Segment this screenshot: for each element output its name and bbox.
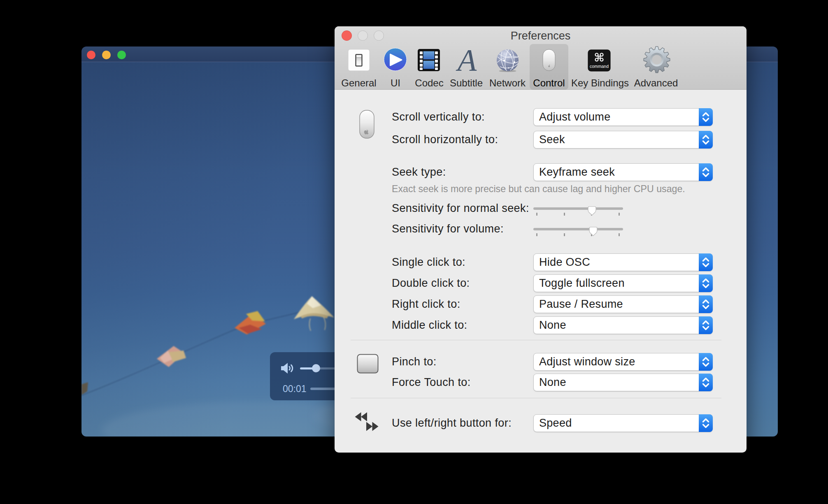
svg-text:command: command [590, 64, 609, 69]
